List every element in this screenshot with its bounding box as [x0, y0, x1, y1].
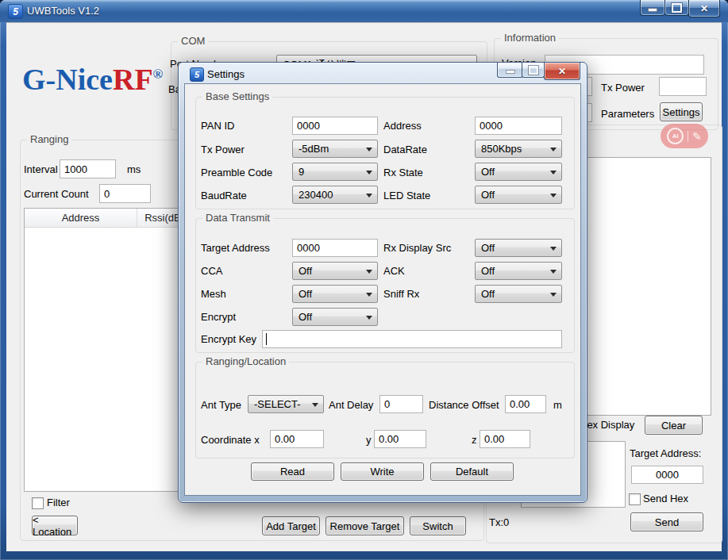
dialog-close-icon: ✕ [558, 66, 566, 77]
dialog-maximize-button[interactable] [522, 63, 545, 78]
encrypt-combobox[interactable]: Off [292, 308, 378, 326]
ack-value: Off [481, 265, 495, 277]
ai-icon[interactable]: AI [667, 128, 684, 144]
dialog-close-button[interactable]: ✕ [544, 63, 580, 80]
ant-delay-field[interactable] [379, 395, 423, 413]
default-button[interactable]: Default [430, 462, 514, 481]
maximize-icon [672, 3, 682, 13]
dialog-title: Settings [207, 68, 245, 80]
encrypt-label: Encrypt [201, 311, 236, 324]
window-title: UWBTools V1.2 [27, 5, 99, 17]
ant-type-label: Ant Type [201, 399, 241, 412]
main-window: 5 UWBTools V1.2 ✕ G-NiceRF® COM Port Num… [0, 0, 728, 560]
rx-state-combobox[interactable]: Off [475, 163, 562, 181]
parameters-label: Parameters [601, 108, 654, 121]
app-icon: 5 [8, 4, 23, 19]
logo-part-blue: G-Nice [22, 63, 113, 96]
rx-display-src-value: Off [481, 242, 495, 254]
preamble-code-value: 9 [299, 166, 304, 178]
filter-checkbox[interactable] [32, 497, 44, 509]
mesh-label: Mesh [201, 288, 226, 301]
ranging-group-title: Ranging [27, 133, 71, 145]
sniff-rx-value: Off [481, 288, 495, 300]
encrypt-key-label: Encrypt Key [201, 333, 256, 346]
led-state-label: LED State [383, 190, 430, 202]
pan-id-label: PAN ID [201, 120, 234, 132]
ant-delay-label: Ant Delay [329, 399, 373, 412]
minimize-icon [648, 8, 657, 12]
text-caret [266, 333, 267, 345]
baudrate-value: 230400 [299, 189, 333, 201]
ranging-location-title: Ranging/Location [202, 355, 289, 367]
coordinate-z-label: z [472, 434, 477, 447]
close-button[interactable]: ✕ [688, 0, 720, 17]
hex-display-label: Hex Display [580, 419, 634, 432]
tx-power-field[interactable] [659, 77, 707, 96]
write-button[interactable]: Write [341, 462, 424, 481]
coordinate-x-field[interactable] [270, 430, 324, 448]
com-group-title: COM [178, 35, 208, 47]
distance-offset-field[interactable] [505, 395, 546, 413]
dlg-target-address-label: Target Address [201, 242, 270, 255]
main-titlebar[interactable]: 5 UWBTools V1.2 ✕ [0, 0, 728, 22]
dlg-target-address-field[interactable] [292, 239, 378, 257]
interval-unit-label: ms [127, 163, 141, 176]
remove-target-button[interactable]: Remove Target [325, 516, 404, 535]
mesh-value: Off [299, 288, 312, 300]
ant-type-value: -SELECT- [254, 398, 301, 410]
send-button[interactable]: Send [630, 512, 703, 531]
tx-counter: Tx:0 [489, 516, 509, 529]
preamble-code-combobox[interactable]: 9 [292, 163, 378, 181]
dialog-minimize-icon [506, 70, 515, 74]
mesh-combobox[interactable]: Off [292, 285, 378, 303]
encrypt-key-field[interactable] [262, 330, 562, 348]
minimize-button[interactable] [640, 0, 665, 16]
cca-combobox[interactable]: Off [292, 262, 378, 280]
pan-id-field[interactable] [292, 117, 378, 135]
base-settings-title: Base Settings [202, 90, 272, 102]
rx-display-src-label: Rx Display Src [383, 242, 451, 255]
edit-pen-icon[interactable]: ✎ [692, 130, 702, 143]
current-count-label: Current Count [24, 188, 89, 201]
settings-button[interactable]: Settings [660, 102, 703, 121]
address-field[interactable] [475, 117, 562, 135]
interval-label: Interval [24, 163, 58, 176]
dialog-icon: 5 [190, 67, 204, 82]
coordinate-y-field[interactable] [374, 430, 426, 448]
maximize-button[interactable] [664, 0, 689, 16]
sniff-rx-combobox[interactable]: Off [475, 285, 562, 303]
interval-field[interactable] [60, 159, 116, 178]
send-hex-label: Send Hex [643, 493, 688, 505]
cca-value: Off [299, 265, 312, 277]
rx-display-src-combobox[interactable]: Off [475, 239, 562, 257]
add-target-button[interactable]: Add Target [262, 516, 320, 535]
datarate-combobox[interactable]: 850Kbps [475, 140, 562, 158]
ant-type-combobox[interactable]: -SELECT- [248, 395, 324, 413]
logo-registered-mark: ® [153, 67, 164, 82]
coordinate-z-field[interactable] [480, 430, 530, 448]
location-button[interactable]: < Location [32, 516, 78, 535]
clear-button[interactable]: Clear [645, 416, 703, 435]
data-transmit-title: Data Transmit [202, 212, 273, 224]
ack-combobox[interactable]: Off [475, 262, 562, 280]
read-button[interactable]: Read [251, 462, 334, 481]
ai-pill-divider [688, 131, 688, 142]
preamble-code-label: Preamble Code [201, 167, 272, 179]
dlg-tx-power-label: Tx Power [201, 144, 245, 156]
sniff-rx-label: Sniff Rx [383, 288, 419, 301]
current-count-field[interactable] [99, 184, 151, 203]
datarate-value: 850Kbps [481, 143, 522, 155]
encrypt-value: Off [299, 311, 312, 323]
dialog-minimize-button[interactable] [497, 63, 523, 78]
send-hex-checkbox[interactable] [629, 493, 641, 505]
dlg-baudrate-label: BaudRate [201, 190, 247, 202]
switch-button[interactable]: Switch [410, 516, 466, 535]
ai-assistant-overlay[interactable]: AI ✎ [661, 124, 708, 148]
tx-power-combobox[interactable]: -5dBm [292, 140, 378, 158]
baudrate-combobox[interactable]: 230400 [292, 186, 378, 204]
close-icon: ✕ [700, 3, 708, 14]
column-header-address[interactable]: Address [25, 209, 137, 227]
target-address-field[interactable] [631, 466, 703, 484]
distance-unit-label: m [553, 399, 562, 412]
led-state-combobox[interactable]: Off [475, 186, 562, 204]
